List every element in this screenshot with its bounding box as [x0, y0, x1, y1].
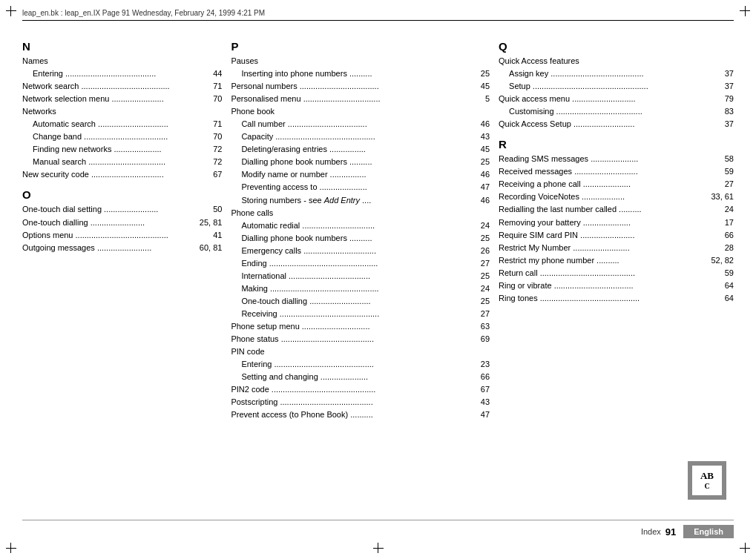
abc-top-text: AB — [700, 471, 714, 481]
entry-one-touch-dial2: One-touch dialling .....................… — [231, 295, 490, 308]
entry-inserting: Inserting into phone numbers .......... … — [231, 67, 490, 80]
entry-name: Automatic search .......................… — [33, 118, 200, 130]
section-letter-p: P — [231, 40, 490, 53]
entry-setup-q: Setup ..................................… — [499, 80, 734, 93]
entry-name: Capacity ...............................… — [241, 130, 467, 143]
corner-mark-bl — [6, 543, 16, 553]
entry-name: New security code ......................… — [22, 168, 200, 181]
entry-deleting: Deleting/erasing entries ...............… — [231, 143, 490, 156]
entry-entering-pin: Entering ...............................… — [231, 358, 490, 371]
column-p: P Pauses Inserting into phone numbers ..… — [231, 37, 499, 507]
entry-page: 27 — [711, 178, 734, 191]
entry-outgoing-msg: Outgoing messages ......................… — [22, 242, 222, 254]
entry-name: Assign key .............................… — [509, 67, 711, 80]
footer-index-label: Index — [641, 527, 661, 536]
entry-name: Automatic redial .......................… — [241, 219, 467, 232]
entry-restrict-phone: Restrict my phone number .......... 52, … — [499, 254, 734, 267]
entry-name: Removing your battery ..................… — [499, 216, 711, 229]
footer-page-number: 91 — [665, 526, 676, 538]
entry-name: Restrict My Number .....................… — [499, 242, 711, 254]
entry-prevent-access: Prevent access (to Phone Book) .........… — [231, 408, 490, 421]
entry-ending: Ending .................................… — [231, 257, 490, 270]
entry-page: 25 — [467, 270, 490, 282]
entry-name: Ring or vibrate ........................… — [499, 280, 711, 292]
abc-bot-text: C — [704, 482, 709, 490]
entry-page: 24 — [467, 282, 490, 295]
section-letter-o: O — [22, 188, 222, 201]
corner-mark-tl — [6, 6, 16, 16]
entry-modify: Modify name or number ................ 4… — [231, 168, 490, 181]
entry-name: Options menu ...........................… — [22, 229, 200, 242]
entry-name: Change band ............................… — [33, 130, 200, 143]
entry-page: 25 — [467, 232, 490, 245]
entry-auto-redial: Automatic redial .......................… — [231, 219, 490, 232]
entry-new-sec: New security code ......................… — [22, 168, 222, 181]
entry-page: 17 — [711, 216, 734, 229]
entry-page: 46 — [467, 194, 490, 207]
entry-pin2: PIN2 code ..............................… — [231, 383, 490, 396]
entry-page: 58 — [711, 153, 734, 165]
entry-name: Outgoing messages ......................… — [22, 242, 200, 254]
entry-name: Phone status ...........................… — [231, 333, 467, 345]
entry-page: 45 — [467, 143, 490, 156]
entry-name: Storing numbers - see Add Entry .... — [241, 194, 467, 207]
entry-page: 47 — [467, 408, 490, 421]
entry-return-call: Return call ............................… — [499, 267, 734, 280]
entry-setting: Setting and changing ...................… — [231, 371, 490, 383]
entry-manual-search: Manual search ..........................… — [22, 156, 222, 168]
entry-page: 25 — [467, 156, 490, 168]
entry-quick-access: Quick Access features — [499, 55, 734, 67]
entry-storing: Storing numbers - see Add Entry .... 46 — [231, 194, 490, 207]
entry-page: 37 — [711, 67, 734, 80]
entry-page: 69 — [467, 333, 490, 345]
entry-page: 45 — [467, 80, 490, 93]
entry-name: Phone calls — [231, 207, 467, 219]
entry-page: 59 — [711, 267, 734, 280]
entry-page: 46 — [467, 168, 490, 181]
entry-name: Entering ...............................… — [241, 358, 467, 371]
entry-auto-search: Automatic search .......................… — [22, 118, 222, 130]
entry-page: 43 — [467, 130, 490, 143]
entry-assign-key: Assign key .............................… — [499, 67, 734, 80]
entry-name: Networks — [22, 105, 200, 118]
entry-page: 70 — [200, 130, 222, 143]
entry-phone-status: Phone status ...........................… — [231, 333, 490, 345]
entry-page: 66 — [467, 371, 490, 383]
entry-page: 43 — [467, 396, 490, 408]
abc-inner: AB C — [692, 466, 722, 495]
entry-finding-new: Finding new networks ...................… — [22, 143, 222, 156]
entry-quick-access-setup: Quick Access Setup .....................… — [499, 118, 734, 130]
entry-network-sel: Network selection menu .................… — [22, 93, 222, 105]
entry-page: 63 — [467, 320, 490, 333]
page-footer: Index 91 English — [22, 520, 734, 538]
entry-international: International ..........................… — [231, 270, 490, 282]
entry-capacity: Capacity ...............................… — [231, 130, 490, 143]
entry-page: 28 — [711, 242, 734, 254]
entry-name: Received messages ......................… — [499, 165, 711, 178]
entry-name: Personal numbers .......................… — [231, 80, 467, 93]
entry-customising: Customising ............................… — [499, 105, 734, 118]
entry-name: Restrict my phone number .......... — [499, 254, 711, 267]
entry-name: Phone setup menu .......................… — [231, 320, 467, 333]
entry-receiving-call: Receiving a phone call .................… — [499, 178, 734, 191]
entry-name: Receiving ..............................… — [241, 308, 467, 320]
entry-reading-sms: Reading SMS messages ...................… — [499, 153, 734, 165]
entry-page: 44 — [200, 67, 222, 80]
entry-name: PIN2 code ..............................… — [231, 383, 467, 396]
entry-one-touch-dial: One-touch dial setting .................… — [22, 203, 222, 216]
entry-name: Receiving a phone call .................… — [499, 178, 711, 191]
entry-pauses: Pauses — [231, 55, 490, 67]
entry-entering: Entering ...............................… — [22, 67, 222, 80]
entry-page: 27 — [467, 308, 490, 320]
entry-recording: Recording VoiceNotes ...................… — [499, 191, 734, 203]
abc-icon: AB C — [688, 461, 726, 500]
entry-removing: Removing your battery ..................… — [499, 216, 734, 229]
entry-page: 59 — [711, 165, 734, 178]
corner-mark-br — [740, 543, 750, 553]
entry-name: Recording VoiceNotes ................... — [499, 191, 711, 203]
entry-name: Ring tones .............................… — [499, 292, 711, 305]
entry-dialling-pb: Dialling phone book numbers .......... 2… — [231, 156, 490, 168]
entry-page: 24 — [467, 219, 490, 232]
page: leap_en.bk : leap_en.IX Page 91 Wednesda… — [0, 0, 756, 559]
entry-postscripting: Postscripting ..........................… — [231, 396, 490, 408]
